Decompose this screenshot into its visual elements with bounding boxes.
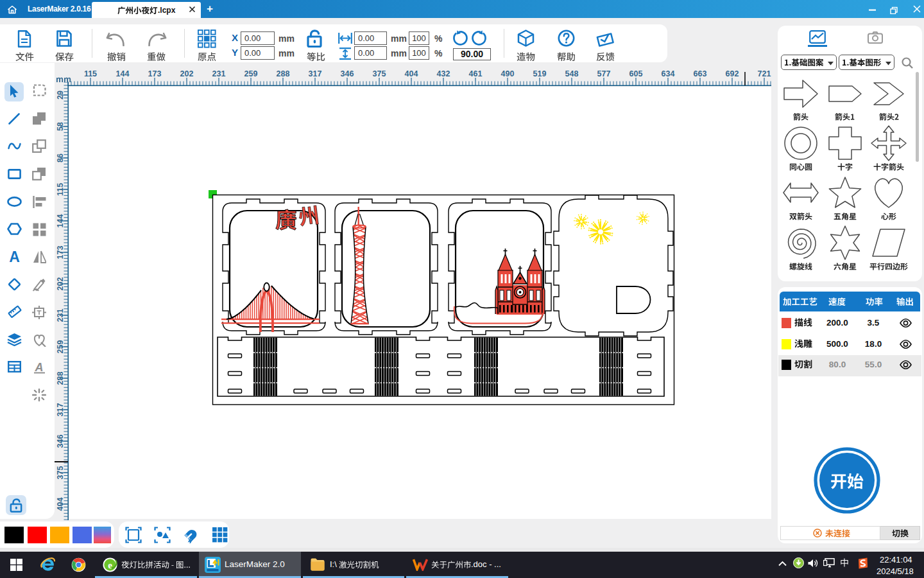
svg-text:231: 231 [56, 309, 65, 322]
svg-text:605: 605 [629, 69, 643, 78]
svg-text:115: 115 [56, 183, 65, 196]
svg-text:202: 202 [56, 277, 65, 291]
svg-text:202: 202 [180, 69, 194, 78]
svg-text:A: A [9, 250, 20, 263]
svg-text:288: 288 [56, 372, 65, 385]
svg-text:404: 404 [405, 69, 418, 78]
svg-text:490: 490 [501, 69, 515, 78]
svg-text:144: 144 [116, 69, 130, 78]
svg-text:173: 173 [148, 69, 162, 78]
svg-text:663: 663 [694, 69, 707, 78]
svg-text:375: 375 [373, 69, 386, 78]
svg-text:721: 721 [758, 69, 771, 78]
svg-text:461: 461 [469, 69, 483, 78]
svg-text:692: 692 [726, 69, 739, 78]
svg-text:577: 577 [597, 69, 611, 78]
svg-text:173: 173 [56, 246, 65, 259]
svg-text:288: 288 [277, 69, 290, 78]
svg-text:317: 317 [309, 69, 322, 78]
svg-text:432: 432 [437, 69, 450, 78]
svg-text:548: 548 [565, 69, 579, 78]
svg-text:29: 29 [56, 91, 65, 100]
svg-text:317: 317 [56, 403, 65, 417]
svg-text:346: 346 [341, 69, 354, 78]
svg-text:375: 375 [56, 466, 65, 480]
svg-text:A: A [35, 361, 44, 374]
svg-text:115: 115 [84, 69, 97, 78]
svg-text:231: 231 [212, 69, 226, 78]
svg-text:346: 346 [56, 435, 65, 448]
svg-text:404: 404 [56, 498, 65, 511]
svg-text:144: 144 [56, 215, 65, 228]
svg-text:519: 519 [533, 69, 547, 78]
svg-text:634: 634 [662, 69, 675, 78]
svg-text:58: 58 [56, 122, 65, 131]
svg-text:86: 86 [56, 153, 65, 162]
svg-text:259: 259 [56, 340, 65, 354]
svg-text:259: 259 [244, 69, 258, 78]
